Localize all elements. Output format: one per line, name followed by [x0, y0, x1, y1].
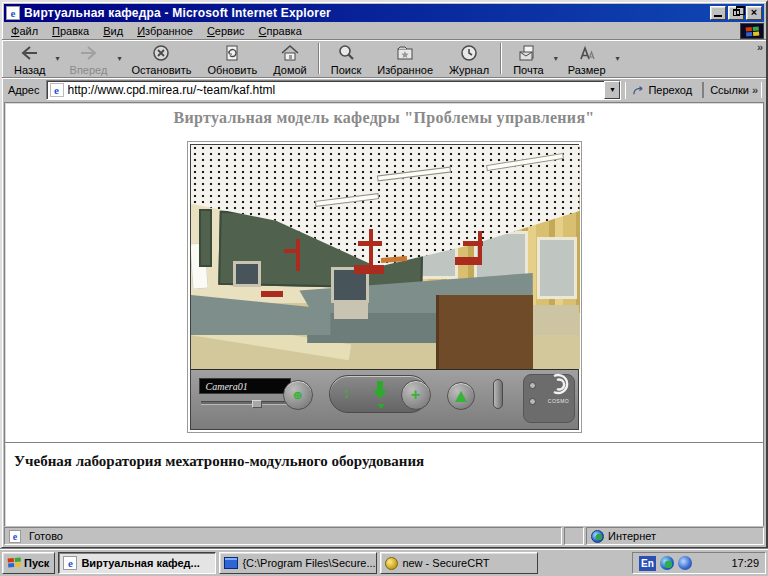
minimize-icon [714, 15, 722, 17]
tilt-icon[interactable]: ↕ [344, 385, 351, 401]
address-label: Адрес [6, 84, 42, 96]
cosmo-player-dashboard: Camera01 ⊕ ↕ + [191, 369, 578, 429]
history-button[interactable]: Журнал [441, 41, 497, 76]
forward-dropdown-icon[interactable]: ▾ [117, 54, 121, 63]
search-icon [335, 43, 357, 63]
title-bar[interactable]: e Виртуальная кафедра - Microsoft Intern… [4, 4, 764, 22]
stop-icon [150, 43, 172, 63]
menu-tools[interactable]: Сервис [200, 23, 252, 39]
viewpoint-selector[interactable]: Camera01 [199, 378, 291, 394]
links-chevron[interactable]: » [752, 84, 758, 96]
go-button[interactable]: Переход [625, 82, 698, 99]
fontsize-button[interactable]: Размер [560, 41, 614, 76]
taskbar: Пуск e Виртуальная кафед... {C:\Program … [0, 549, 768, 576]
stop-button[interactable]: Остановить [123, 41, 199, 76]
fontsize-icon [576, 43, 598, 63]
incline-icon [455, 391, 467, 402]
red-module [261, 291, 283, 297]
back-dropdown-icon[interactable]: ▾ [56, 54, 60, 63]
restore-icon [733, 9, 740, 16]
vrml-scene[interactable] [191, 145, 580, 369]
taskbar-item-ie[interactable]: e Виртуальная кафед... [58, 552, 216, 574]
computer-monitor [233, 261, 261, 287]
favorites-button[interactable]: Избранное [369, 41, 441, 76]
windows-flag-icon [746, 26, 760, 37]
window-title: Виртуальная кафедра - Microsoft Internet… [24, 6, 708, 20]
seek-icon: ⊕ [293, 389, 302, 402]
close-button[interactable]: × [746, 6, 762, 20]
mail-dropdown-icon[interactable]: ▾ [554, 54, 558, 63]
zoom-stick[interactable] [493, 379, 503, 409]
menu-file[interactable]: Файл [4, 23, 45, 39]
taskbar-item-program[interactable]: {C:\Program Files\Secure... [219, 552, 377, 574]
taskbar-item-securecrt[interactable]: new - SecureCRT [380, 552, 538, 574]
tray-connection-icon[interactable] [678, 556, 692, 570]
status-pane-progress [564, 527, 584, 545]
page-favicon: e [50, 83, 64, 97]
sound-option-icon[interactable] [529, 398, 536, 405]
tray-network-icon[interactable] [660, 556, 674, 570]
robot-arm [284, 249, 300, 253]
internet-zone-icon [591, 530, 604, 543]
viewpoint-slider[interactable] [201, 401, 289, 405]
language-indicator[interactable]: En [639, 556, 656, 571]
menu-view[interactable]: Вид [96, 23, 130, 39]
robot-base [354, 265, 384, 274]
incline-button[interactable] [447, 382, 475, 410]
slide-icon: + [411, 386, 420, 404]
status-text: Готово [29, 530, 63, 542]
tray-clock[interactable]: 17:29 [731, 557, 759, 569]
pan-down-icon[interactable] [377, 404, 385, 409]
menu-bar: Файл Правка Вид Избранное Сервис Справка [2, 22, 766, 40]
home-button[interactable]: Домой [265, 41, 315, 76]
start-label: Пуск [24, 557, 49, 569]
status-bar: e Готово Интернет [4, 527, 764, 545]
task-label: new - SecureCRT [402, 557, 489, 569]
go-forward-control[interactable] [374, 381, 386, 399]
menu-edit[interactable]: Правка [45, 23, 96, 39]
robot-arm [358, 241, 382, 246]
back-button[interactable]: Назад [6, 41, 54, 76]
slide-button[interactable]: + [401, 380, 431, 410]
links-bar[interactable]: Ссылки » [702, 82, 762, 98]
address-input[interactable] [68, 82, 605, 98]
robot-base [455, 257, 481, 265]
security-zone-pane: Интернет [586, 527, 764, 545]
robot-arm [463, 241, 483, 246]
robot-post [296, 239, 300, 271]
minimize-button[interactable] [710, 6, 726, 20]
mail-icon [517, 43, 539, 63]
vrml-plugin-frame: Camera01 ⊕ ↕ + [187, 141, 582, 433]
slider-thumb[interactable] [252, 400, 262, 408]
menu-favorites[interactable]: Избранное [130, 23, 200, 39]
back-icon [19, 43, 41, 63]
ie-throbber [740, 23, 764, 39]
toolbar-overflow-chevron[interactable]: » [757, 41, 763, 53]
toolbar-separator [318, 43, 320, 74]
ie-task-icon: e [63, 556, 77, 570]
mail-button[interactable]: Почта [505, 41, 552, 76]
refresh-icon [221, 43, 243, 63]
restore-button[interactable] [728, 6, 744, 20]
status-pane: e Готово [4, 527, 562, 545]
seek-button[interactable]: ⊕ [283, 380, 313, 410]
fontsize-dropdown-icon[interactable]: ▾ [616, 54, 620, 63]
system-tray: En 17:29 [632, 552, 766, 574]
search-button[interactable]: Поиск [323, 41, 369, 76]
console-task-icon [224, 557, 238, 569]
menu-help[interactable]: Справка [252, 23, 309, 39]
task-label: Виртуальная кафед... [81, 557, 199, 569]
securecrt-task-icon [385, 557, 398, 570]
forward-button[interactable]: Вперед [62, 41, 116, 76]
address-combo: e ▼ [46, 80, 622, 100]
cosmo-logo[interactable]: COSMO [544, 372, 574, 404]
go-label: Переход [648, 84, 692, 96]
start-button[interactable]: Пуск [2, 552, 55, 574]
address-dropdown-button[interactable]: ▼ [604, 81, 620, 99]
cosmo-spiral-icon [547, 372, 571, 396]
browser-viewport: Виртуальная модель кафедры "Проблемы упр… [4, 102, 764, 526]
view-option-icon[interactable] [529, 382, 536, 389]
chalkboard-small [199, 209, 212, 267]
desktop: e Виртуальная кафедра - Microsoft Intern… [0, 0, 768, 576]
refresh-button[interactable]: Обновить [199, 41, 265, 76]
